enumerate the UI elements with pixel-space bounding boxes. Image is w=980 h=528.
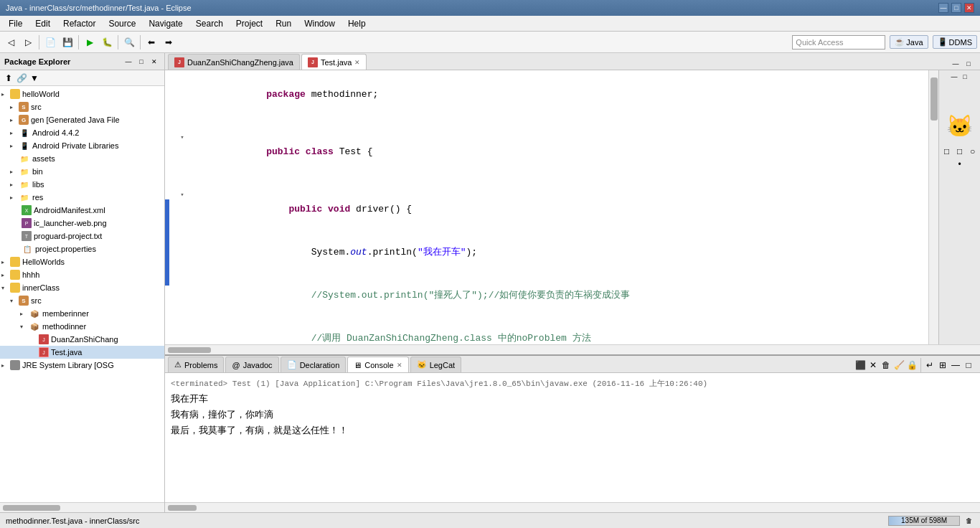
tab-javadoc[interactable]: @ Javadoc	[225, 357, 278, 372]
tree-item-methodinner[interactable]: ▾ 📦 methodinner	[0, 320, 164, 333]
menu-search[interactable]: Search	[190, 17, 229, 30]
maximize-button[interactable]: □	[951, 3, 961, 13]
menu-window[interactable]: Window	[298, 17, 341, 30]
sidebar-maximize-btn[interactable]: □	[136, 56, 147, 67]
minimize-button[interactable]: —	[938, 3, 948, 13]
toolbar-debug[interactable]: 🐛	[99, 34, 115, 50]
tree-item-launcher[interactable]: P ic_launcher-web.png	[0, 217, 164, 230]
toolbar-save[interactable]: 💾	[60, 34, 75, 50]
android-private-icon: 📱	[19, 140, 30, 151]
tab-declaration[interactable]: 📄 Declaration	[281, 357, 347, 372]
console-stop-btn[interactable]: ⬛	[854, 359, 866, 371]
sidebar-minimize-btn[interactable]: —	[123, 56, 134, 67]
console-minimize-btn[interactable]: —	[950, 359, 961, 371]
tree-item-src2[interactable]: ▾ S src	[0, 294, 164, 307]
tree-item-properties[interactable]: 📋 project.properties	[0, 242, 164, 255]
widget-btn4[interactable]: •	[955, 159, 965, 169]
tree-item-res[interactable]: ▸ 📁 res	[0, 191, 164, 204]
console-terminate-btn[interactable]: ✕	[867, 359, 879, 371]
menu-refactor[interactable]: Refactor	[57, 17, 101, 30]
toolbar-fwd[interactable]: ▷	[20, 34, 36, 50]
tab-duanzan[interactable]: J DuanZanShiChangZheng.java	[168, 54, 300, 70]
tree-item-innerclass[interactable]: ▾ innerClass	[0, 281, 164, 294]
right-panel-max[interactable]: □	[960, 72, 970, 82]
tab-problems[interactable]: ⚠ Problems	[168, 357, 224, 372]
console-new-window-btn[interactable]: ⊞	[937, 359, 948, 371]
tree-item-gen[interactable]: ▸ G gen [Generated Java File	[0, 113, 164, 126]
console-maximize-btn[interactable]: □	[963, 359, 974, 371]
widget-btn1[interactable]: □	[942, 146, 952, 156]
console-content[interactable]: <terminated> Test (1) [Java Application]…	[165, 373, 980, 502]
toolbar-back[interactable]: ◁	[3, 34, 19, 50]
menu-file[interactable]: File	[3, 17, 28, 30]
console-remove-btn[interactable]: 🗑	[880, 359, 892, 371]
quick-access-box[interactable]: Quick Access	[792, 35, 885, 50]
sidebar-scrollbar[interactable]	[0, 502, 164, 512]
editor-minimize-btn[interactable]: —	[950, 58, 961, 70]
widget-btn3[interactable]: ○	[968, 146, 978, 156]
tree-item-android-private[interactable]: ▸ 📱 Android Private Libraries	[0, 139, 164, 152]
tree-item-bin[interactable]: ▸ 📁 bin	[0, 165, 164, 178]
code-line-blank	[176, 116, 923, 131]
title-bar-controls[interactable]: — □ ✕	[938, 3, 974, 13]
tree-label: hhhh	[22, 270, 39, 279]
sidebar-close-btn[interactable]: ✕	[149, 56, 160, 67]
tab-console[interactable]: 🖥 Console ✕	[347, 357, 408, 372]
tab-close-test[interactable]: ✕	[354, 59, 360, 66]
toolbar-new[interactable]: 📄	[42, 34, 58, 50]
menu-source[interactable]: Source	[103, 17, 141, 30]
tree-item-hhhh[interactable]: ▸ hhhh	[0, 268, 164, 281]
tree-item-duanzan[interactable]: J DuanZanShiChang	[0, 333, 164, 346]
right-panel-min[interactable]: —	[949, 72, 959, 82]
fold-marker-3[interactable]: ▾	[176, 131, 188, 145]
gc-button[interactable]: 🗑	[963, 515, 974, 527]
toolbar-run[interactable]: ▶	[82, 34, 98, 50]
tree-item-testjava[interactable]: J Test.java	[0, 346, 164, 359]
sidebar-link-btn[interactable]: 🔗	[16, 72, 27, 84]
tree-item-helloworld[interactable]: ▸ helloWorld	[0, 88, 164, 100]
tab-legcat[interactable]: 🐱 LegCat	[410, 357, 461, 372]
menu-project[interactable]: Project	[230, 17, 268, 30]
tree-label: memberinner	[42, 309, 89, 318]
toolbar-prev-edit[interactable]: ⬅	[143, 34, 159, 50]
menu-help[interactable]: Help	[342, 17, 372, 30]
toolbar-search[interactable]: 🔍	[121, 34, 137, 50]
tree-item-manifest[interactable]: X AndroidManifest.xml	[0, 204, 164, 217]
widget-btn2[interactable]: □	[955, 146, 965, 156]
fold-marker-5[interactable]: ▾	[176, 188, 188, 202]
tree-arrow: ▸	[1, 259, 10, 265]
sidebar-collapse-btn[interactable]: ⬆	[3, 72, 14, 84]
tab-test[interactable]: J Test.java ✕	[301, 54, 367, 70]
tree-item-libs[interactable]: ▸ 📁 libs	[0, 178, 164, 191]
sidebar-menu-btn[interactable]: ▼	[29, 72, 40, 84]
tree-item-src[interactable]: ▸ S src	[0, 100, 164, 113]
console-tab-close[interactable]: ✕	[397, 362, 402, 369]
status-memory[interactable]: 135M of 598M 🗑	[888, 515, 974, 527]
toolbar-next-edit[interactable]: ➡	[161, 34, 176, 50]
menu-navigate[interactable]: Navigate	[143, 17, 188, 30]
character-widget: 🐱	[942, 108, 978, 143]
src-icon: S	[19, 102, 29, 112]
tree-item-helloworlds[interactable]: ▸ HelloWorlds	[0, 255, 164, 268]
java-perspective-btn[interactable]: ☕ Java	[890, 35, 928, 49]
sidebar-header-controls[interactable]: — □ ✕	[123, 56, 160, 67]
tree-arrow: ▸	[1, 91, 10, 98]
tree-item-android442[interactable]: ▸ 📱 Android 4.4.2	[0, 126, 164, 139]
console-scroll-lock-btn[interactable]: 🔒	[906, 359, 918, 371]
menu-run[interactable]: Run	[270, 17, 297, 30]
editor-maximize-btn[interactable]: □	[963, 58, 974, 70]
editor-scrollbar[interactable]	[928, 70, 938, 344]
tree-item-memberinner[interactable]: ▸ 📦 memberinner	[0, 307, 164, 320]
close-button[interactable]: ✕	[964, 3, 974, 13]
code-editor[interactable]: package methodinner; ▾ public class Test…	[165, 70, 928, 344]
tree-item-proguard[interactable]: T proguard-project.txt	[0, 230, 164, 242]
editor-hscroll[interactable]	[165, 344, 980, 354]
console-word-wrap-btn[interactable]: ↵	[924, 359, 936, 371]
menu-edit[interactable]: Edit	[29, 17, 56, 30]
console-clear-btn[interactable]: 🧹	[893, 359, 905, 371]
console-hscroll[interactable]	[165, 502, 980, 512]
tree-label: src	[31, 296, 42, 305]
tree-item-jre[interactable]: ▸ JRE System Library [OSG	[0, 359, 164, 372]
tree-item-assets[interactable]: 📁 assets	[0, 152, 164, 165]
ddms-perspective-btn[interactable]: 📱 DDMS	[933, 35, 977, 49]
